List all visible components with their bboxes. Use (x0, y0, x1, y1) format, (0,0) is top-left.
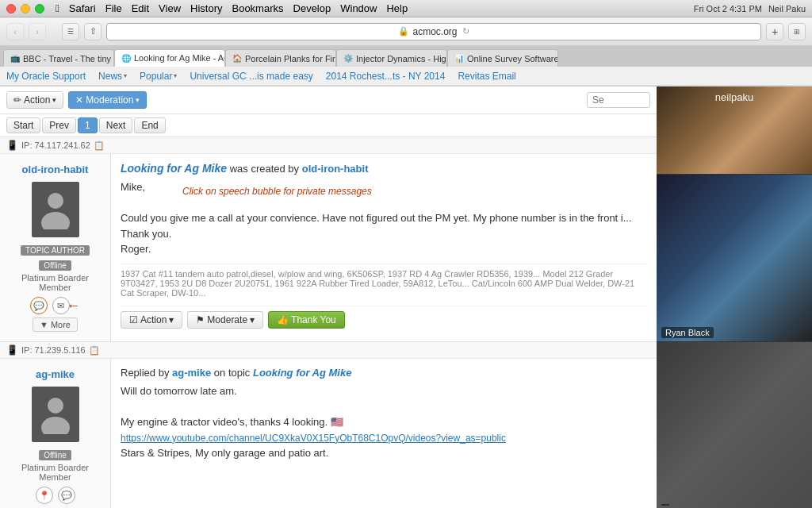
history-menu[interactable]: History (190, 2, 222, 14)
self-name-label: neilpaku (715, 91, 753, 103)
browser-chrome: ‹ › ☰ ⇧ 🔒 acmoc.org ↻ + ⊞ 📺 BBC - Travel… (0, 17, 812, 87)
close-button[interactable] (6, 4, 16, 13)
share-button[interactable]: ⇧ (84, 23, 102, 40)
tab-overview-button[interactable]: ⊞ (788, 23, 806, 40)
datetime-display: Fri Oct 2 4:31 PM (694, 4, 762, 13)
self-video: neilpaku (657, 87, 812, 174)
title-bar:  Safari File Edit View History Bookmark… (0, 0, 812, 17)
tab-2[interactable]: 🏠 Porcelain Planks for Firep... (225, 49, 336, 67)
view-menu[interactable]: View (159, 2, 181, 14)
bookmark-1[interactable]: News▾ (98, 71, 127, 82)
back-button[interactable]: ‹ (6, 23, 24, 40)
prev-button[interactable]: Prev (42, 117, 76, 133)
action-button[interactable]: ✏ Action ▾ (6, 91, 63, 109)
participant-1-card: Ryan Black (657, 175, 812, 341)
thank-you-button[interactable]: 👍 Thank You (268, 311, 345, 329)
post-1-author-link[interactable]: old-iron-habit (302, 163, 369, 175)
participant-1-name-label: Ryan Black (661, 327, 714, 338)
traffic-lights[interactable] (6, 4, 44, 13)
bookmark-3[interactable]: Universal GC ...is made easy (190, 71, 312, 82)
bookmarks-menu[interactable]: Bookmarks (232, 2, 283, 14)
forward-button[interactable]: › (29, 23, 46, 40)
svg-point-0 (48, 193, 63, 209)
edit-menu[interactable]: Edit (132, 2, 149, 14)
post-1-action-button[interactable]: ☑ Action ▾ (121, 311, 182, 329)
bookmark-2[interactable]: Popular▾ (140, 71, 177, 82)
tab-3[interactable]: ⚙️ Injector Dynamics - High... (336, 49, 447, 67)
post-2-avatar (32, 387, 79, 442)
video-panel: neilpaku Ryan Black (657, 87, 812, 508)
post-1-title: Looking for Ag Mike (121, 162, 227, 175)
tab-label-0: BBC - Travel - The tiny S... (23, 54, 114, 64)
title-bar-right: Fri Oct 2 4:31 PM Neil Paku (694, 4, 806, 13)
forum-toolbar: ✏ Action ▾ ✕ Moderation ▾ (0, 87, 657, 114)
post-1-created-by: was created by (230, 163, 302, 175)
apple-menu[interactable]:  (56, 2, 59, 14)
post-1-more-button[interactable]: ▼ More (33, 318, 78, 332)
speech-bubble-icon[interactable]: 💬 (30, 297, 48, 314)
moderation-button[interactable]: ✕ Moderation ▾ (68, 91, 147, 109)
post-1-title-line: Looking for Ag Mike was created by old-i… (121, 162, 647, 175)
post-2-youtube-link[interactable]: https://www.youtube.com/channel/UC9XkaV0… (121, 433, 506, 444)
participant-2-video (657, 342, 812, 508)
post-2-status-badge: Offline (39, 450, 71, 460)
post-2-topic-link[interactable]: Looking for Ag Mike (253, 367, 351, 379)
participant-1-video (657, 175, 812, 341)
post-2-location-icon[interactable]: 📍 (36, 487, 53, 504)
sidebar-toggle[interactable]: ☰ (62, 23, 79, 40)
current-page[interactable]: 1 (78, 117, 98, 133)
url-display: acmoc.org (412, 26, 457, 37)
fullscreen-button[interactable] (35, 4, 44, 13)
file-menu[interactable]: File (105, 2, 122, 14)
tab-label-3: Injector Dynamics - High... (356, 54, 447, 64)
end-button[interactable]: End (134, 117, 165, 133)
window-menu[interactable]: Window (340, 2, 377, 14)
participant-2-name-label (661, 504, 669, 506)
bookmark-5[interactable]: Revitas Email (458, 71, 515, 82)
moderation-dropdown-caret: ▾ (136, 96, 140, 104)
safari-menu[interactable]: Safari (69, 2, 96, 14)
user-display: Neil Paku (768, 4, 806, 13)
tab-0[interactable]: 📺 BBC - Travel - The tiny S... (3, 49, 114, 67)
action-icon: ✏ (13, 94, 21, 106)
search-input[interactable] (587, 92, 650, 108)
main-content: ✏ Action ▾ ✕ Moderation ▾ Start Prev 1 N… (0, 87, 812, 508)
tab-favicon-0: 📺 (10, 54, 20, 63)
post-2-on-topic: on topic (214, 367, 253, 379)
reload-icon[interactable]: ↻ (462, 26, 469, 37)
post-1: old-iron-habit TOPIC AUTHOR Offline Plat… (0, 154, 657, 342)
tab-label-2: Porcelain Planks for Firep... (245, 54, 336, 64)
bookmark-4[interactable]: 2014 Rochest...ts - NY 2014 (326, 71, 446, 82)
bookmark-0[interactable]: My Oracle Support (6, 71, 86, 82)
post-1-ip: IP: 74.117.241.62 (21, 140, 90, 150)
action-label: Action (24, 94, 50, 106)
action-dropdown-caret: ▾ (52, 96, 56, 104)
tab-4[interactable]: 📊 Online Survey Software |... (447, 49, 558, 67)
next-button[interactable]: Next (99, 117, 133, 133)
moderation-label: Moderation (86, 94, 133, 106)
svg-point-3 (41, 417, 70, 434)
tab-favicon-2: 🏠 (232, 54, 242, 63)
tab-favicon-4: 📊 (454, 54, 464, 63)
post-1-content: Looking for Ag Mike was created by old-i… (111, 154, 657, 341)
post-1-role-badge: TOPIC AUTHOR (21, 245, 90, 256)
post-1-moderate-button[interactable]: ⚑ Moderate ▾ (187, 311, 263, 329)
post-2-reply-author-link[interactable]: ag-mike (172, 367, 211, 379)
new-tab-button[interactable]: + (766, 23, 783, 40)
help-menu[interactable]: Help (386, 2, 408, 14)
address-bar[interactable]: 🔒 acmoc.org ↻ (106, 23, 761, 40)
tab-1[interactable]: 🌐 Looking for Ag Mike - AC... (114, 49, 225, 67)
post-1-status-badge: Offline (39, 260, 71, 271)
minimize-button[interactable] (21, 4, 30, 13)
post-1-moderate-caret: ▾ (250, 314, 255, 325)
start-button[interactable]: Start (6, 117, 40, 133)
post-1-username-link[interactable]: old-iron-habit (22, 164, 89, 175)
post-2-username-link[interactable]: ag-mike (36, 368, 75, 380)
post-2-reply-by: Replied by (121, 367, 172, 379)
post-2-chat-icon[interactable]: 💬 (58, 487, 75, 504)
post-2-ip-bar: 📱 IP: 71.239.5.116 📋 (0, 342, 657, 359)
post-1-body: Mike, Could you give me a call at your c… (121, 179, 647, 257)
posts-scroll[interactable]: 📱 IP: 74.117.241.62 📋 old-iron-habit TOP… (0, 137, 657, 508)
post-1-ip-flag: 📋 (94, 140, 105, 151)
develop-menu[interactable]: Develop (293, 2, 331, 14)
